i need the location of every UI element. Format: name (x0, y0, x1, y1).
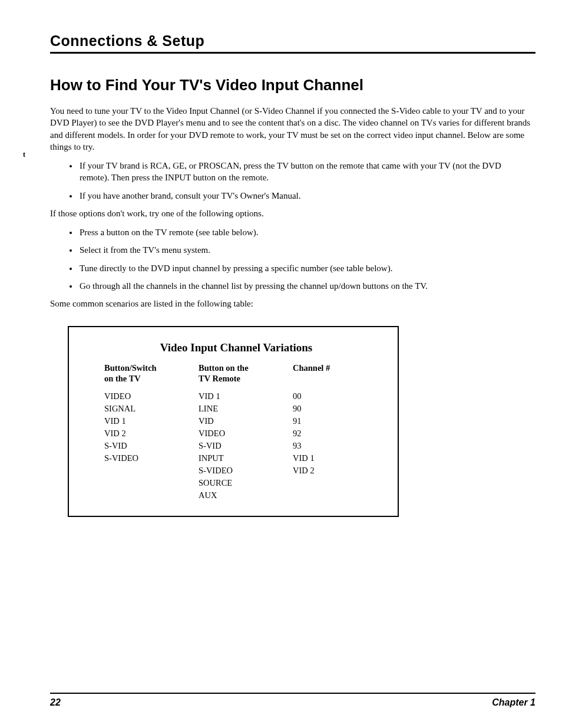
table-header-col3: Channel # (293, 363, 363, 390)
outro-paragraph: Some common scenarios are listed in the … (50, 298, 535, 309)
chapter-header: Connections & Setup (50, 32, 535, 54)
list-item: Go through all the channels in the chann… (78, 280, 535, 292)
list-item: If you have another brand, consult your … (78, 190, 535, 202)
table-col3-values: 00 90 91 92 93 VID 1 VID 2 (293, 390, 363, 502)
table-col1-values: VIDEO SIGNAL VID 1 VID 2 S-VID S-VIDEO (104, 390, 199, 502)
page-footer: 22 Chapter 1 (50, 693, 535, 708)
chapter-label: Chapter 1 (492, 697, 535, 708)
variations-table: Video Input Channel Variations Button/Sw… (68, 326, 399, 516)
list-item: Press a button on the TV remote (see tab… (78, 226, 535, 238)
intro-paragraph: You need to tune your TV to the Video In… (50, 105, 535, 153)
list-item: If your TV brand is RCA, GE, or PROSCAN,… (78, 160, 535, 184)
table-title: Video Input Channel Variations (104, 341, 368, 354)
list-item: Tune directly to the DVD input channel b… (78, 262, 535, 274)
bullet-list-1: If your TV brand is RCA, GE, or PROSCAN,… (50, 160, 535, 202)
table-header-col2: Button on theTV Remote (199, 363, 293, 390)
page-number: 22 (50, 697, 61, 708)
table-col2-values: VID 1 LINE VID VIDEO S-VID INPUT S-VIDEO… (199, 390, 293, 502)
stray-mark: t (23, 150, 25, 159)
bullet-list-2: Press a button on the TV remote (see tab… (50, 226, 535, 292)
list-item: Select it from the TV's menu system. (78, 244, 535, 256)
mid-paragraph: If those options don't work, try one of … (50, 207, 535, 219)
section-heading: How to Find Your TV's Video Input Channe… (50, 76, 535, 94)
table-header-col1: Button/Switchon the TV (104, 363, 199, 390)
